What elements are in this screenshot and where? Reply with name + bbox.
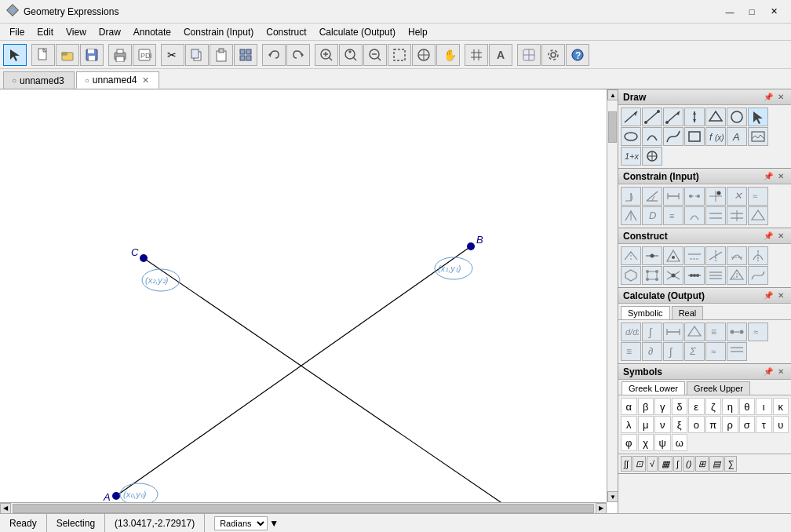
calc-len-btn[interactable] <box>663 322 683 341</box>
canvas-area[interactable]: A (x₀,y₀) B (x₁,y₁) C (x₂,y₂) D (x₃,y₃) … <box>0 89 618 513</box>
cst-npar2[interactable] <box>705 266 726 285</box>
calc-approx-btn[interactable]: ≈ <box>748 322 768 341</box>
draw-select-btn[interactable] <box>748 107 768 126</box>
draw-ray-btn[interactable] <box>663 107 683 126</box>
close-button[interactable]: ✕ <box>763 4 785 20</box>
cst-tri2[interactable] <box>727 266 747 285</box>
con-dist-btn[interactable] <box>684 187 705 206</box>
calc-par-btn[interactable] <box>727 342 747 361</box>
toolbar-zoom-out-btn[interactable] <box>363 44 387 66</box>
scroll-thumb-v[interactable] <box>608 111 617 143</box>
sym-δ[interactable]: δ <box>672 398 688 415</box>
menu-item-view[interactable]: View <box>60 25 93 39</box>
calculate-panel-pin[interactable]: 📌 <box>763 290 774 301</box>
toolbar-pan-btn[interactable]: ✋ <box>436 44 460 66</box>
point-C[interactable] <box>140 254 148 262</box>
cst-hex[interactable] <box>621 266 641 285</box>
draw-seg-btn[interactable] <box>642 107 662 126</box>
toolbar-zoom-cursor-btn[interactable] <box>339 44 363 66</box>
sym-int[interactable]: ∫ <box>673 456 682 472</box>
calc-sum-btn[interactable]: Σ <box>684 342 705 361</box>
tab-greek-lower[interactable]: Greek Lower <box>622 381 685 395</box>
con-perp-btn[interactable] <box>621 206 641 225</box>
point-B[interactable] <box>467 242 475 250</box>
sym-ε[interactable]: ε <box>688 398 705 415</box>
calculate-panel-close[interactable]: ✕ <box>775 290 786 301</box>
draw-poly-btn[interactable] <box>705 107 726 126</box>
calc-diff-btn[interactable]: d/dx <box>621 322 641 341</box>
sym-ι[interactable]: ι <box>756 398 772 415</box>
draw-circle-btn[interactable] <box>727 107 747 126</box>
toolbar-undo-btn[interactable] <box>262 44 286 66</box>
horizontal-scrollbar[interactable]: ◀ ▶ <box>0 502 607 513</box>
maximize-button[interactable]: □ <box>741 4 763 20</box>
toolbar-something-btn[interactable] <box>234 44 257 66</box>
sym-ψ[interactable]: ψ <box>654 434 671 451</box>
sym-η[interactable]: η <box>722 398 738 415</box>
scroll-down-button[interactable]: ▼ <box>607 491 618 502</box>
sym-ζ[interactable]: ζ <box>705 398 722 415</box>
cst-4pt[interactable] <box>642 266 662 285</box>
menu-item-calculateoutput[interactable]: Calculate (Output) <box>313 25 402 39</box>
con-len-btn[interactable] <box>663 187 683 206</box>
toolbar-snap2-btn[interactable] <box>517 44 541 66</box>
draw-vline-btn[interactable] <box>684 107 705 126</box>
toolbar-open-btn[interactable] <box>56 44 79 66</box>
calc-eq-btn[interactable]: ≡ <box>705 322 726 341</box>
draw-func-btn[interactable]: f(x) <box>705 127 726 146</box>
tab-close-btn[interactable]: ✕ <box>142 75 149 86</box>
cst-parline[interactable] <box>684 246 705 265</box>
toolbar-cut-btn[interactable]: ✂ <box>161 44 184 66</box>
scroll-up-button[interactable]: ▲ <box>607 89 618 100</box>
construct-panel-close[interactable]: ✕ <box>775 231 786 242</box>
toolbar-snap-btn[interactable]: A <box>489 44 512 66</box>
symbols-panel-pin[interactable]: 📌 <box>763 366 774 377</box>
menu-item-construct[interactable]: Construct <box>260 25 312 39</box>
draw-panel-pin[interactable]: 📌 <box>763 92 774 103</box>
vertical-scrollbar[interactable]: ▲ ▼ <box>607 89 618 502</box>
menu-item-edit[interactable]: Edit <box>31 25 60 39</box>
con-arc-btn[interactable] <box>684 206 705 225</box>
calc-approx2-btn[interactable]: ≈ <box>705 342 726 361</box>
constrain-panel-close[interactable]: ✕ <box>775 171 786 182</box>
draw-spiro-btn[interactable] <box>684 127 705 146</box>
scroll-right-button[interactable]: ▶ <box>596 503 607 514</box>
tab-tab1[interactable]: ○unnamed3 <box>3 71 75 89</box>
toolbar-new-file-btn[interactable] <box>31 44 55 66</box>
menu-item-help[interactable]: Help <box>402 25 434 39</box>
sym-matrix[interactable]: ▦ <box>658 456 673 472</box>
calc-dist-btn[interactable] <box>727 322 747 341</box>
toolbar-grid-btn[interactable] <box>465 44 488 66</box>
con-par-btn[interactable] <box>705 206 726 225</box>
toolbar-zoom-box-btn[interactable] <box>388 44 411 66</box>
sym-υ[interactable]: υ <box>773 416 789 433</box>
sym-τ[interactable]: τ <box>756 416 772 433</box>
sym-ν[interactable]: ν <box>654 416 671 433</box>
draw-img-btn[interactable] <box>748 127 768 146</box>
tab-tab2[interactable]: ○unnamed4✕ <box>76 71 159 89</box>
calc-area-btn[interactable] <box>684 322 705 341</box>
sym-μ[interactable]: μ <box>638 416 654 433</box>
con-eq-btn[interactable]: ≡ <box>663 206 683 225</box>
con-tri-btn[interactable] <box>748 206 768 225</box>
cst-normal[interactable] <box>748 246 768 265</box>
menu-item-annotate[interactable]: Annotate <box>127 25 177 39</box>
con-coord-btn[interactable] <box>705 187 726 206</box>
construct-panel-pin[interactable]: 📌 <box>763 231 774 242</box>
sym-α[interactable]: α <box>621 398 637 415</box>
cst-tangent[interactable] <box>727 246 747 265</box>
sym-dblint[interactable]: ∫∫ <box>621 456 632 472</box>
menu-item-constraininput[interactable]: Constrain (Input) <box>177 25 260 39</box>
con-slope-btn[interactable]: ≈ <box>748 187 768 206</box>
cst-perpline[interactable] <box>705 246 726 265</box>
cst-midpt[interactable] <box>642 246 662 265</box>
sym-σ[interactable]: σ <box>739 416 756 433</box>
sym-sum[interactable]: ∑ <box>724 456 737 472</box>
toolbar-zoom-in-btn[interactable] <box>315 44 338 66</box>
sym-lines[interactable]: ▤ <box>709 456 724 472</box>
sym-π[interactable]: π <box>705 416 722 433</box>
cst-angle-bisect[interactable] <box>621 246 641 265</box>
tab-greek-upper[interactable]: Greek Upper <box>687 381 750 395</box>
draw-arc-btn[interactable] <box>642 127 662 146</box>
draw-bezier-btn[interactable] <box>663 127 683 146</box>
